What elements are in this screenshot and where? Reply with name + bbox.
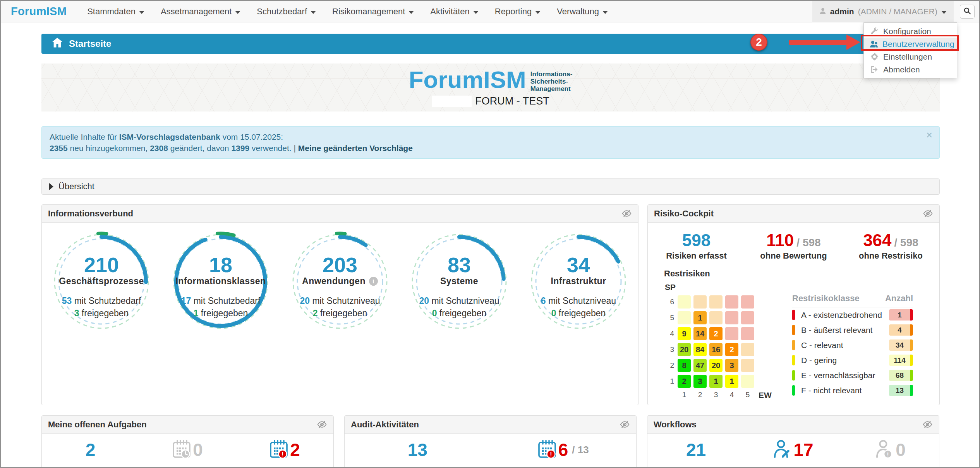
heatmap-cell[interactable]: 47: [693, 359, 707, 372]
stat-label: überfällig: [544, 465, 582, 468]
risk-stat-risiken-erfasst[interactable]: 598 Risiken erfasst: [648, 231, 745, 261]
informationsverbund-panel: Informationsverbund 210Geschäftsprozesse…: [41, 204, 638, 405]
info-icon[interactable]: i: [369, 277, 378, 286]
heatmap-cell[interactable]: 14: [693, 327, 707, 340]
stat-von-mir-erstellt[interactable]: 17von mir erstellt: [745, 439, 842, 468]
heatmap-cell[interactable]: 84: [693, 343, 707, 356]
nav-item-verwaltung[interactable]: Verwaltung: [549, 1, 616, 22]
risk-stat-ohne-restrisiko[interactable]: 364/ 598 ohne Restrisiko: [842, 231, 939, 261]
wrench-icon: [870, 27, 879, 35]
heatmap-cell[interactable]: 16: [709, 343, 723, 356]
kpi-circle: 83Systeme20 mit Schutzniveau0 freigegebe…: [409, 231, 510, 332]
stat-label: überfällig: [266, 465, 304, 468]
heatmap-row-sp-4: 49142: [664, 327, 774, 340]
heatmap-cell[interactable]: 2: [725, 343, 738, 356]
risk-stat-value: 598: [648, 231, 745, 250]
audit-panel: Audit-Aktivitäten 13Audit-Aktivitäten !6…: [344, 415, 637, 468]
workflows-panel: Workflows 21offene Workflows 17von mir e…: [647, 415, 939, 468]
risk-class-row-c[interactable]: C - relevant34: [792, 338, 913, 353]
kpi-anwendungen[interactable]: 203Anwendungeni20 mit Schutzniveau2 frei…: [280, 231, 400, 332]
stat-value-row: 17: [773, 439, 813, 461]
hide-panel-icon[interactable]: [620, 419, 630, 430]
nav-item-assetmanagement[interactable]: Assetmanagement: [153, 1, 249, 22]
brand-logo[interactable]: ForumISM: [1, 5, 79, 18]
user-menu-item-einstellungen[interactable]: Einstellungen: [864, 50, 957, 63]
ew-tick-label: 4: [725, 391, 738, 400]
home-icon[interactable]: [51, 37, 63, 50]
stat-überfällig[interactable]: !6/ 13überfällig: [491, 439, 637, 468]
nav-item-aktivitäten[interactable]: Aktivitäten: [422, 1, 487, 22]
nav-item-schutzbedarf[interactable]: Schutzbedarf: [249, 1, 324, 22]
hide-panel-icon[interactable]: [922, 419, 933, 430]
heatmap-cell[interactable]: 1: [693, 311, 707, 324]
overview-collapse-bar[interactable]: Übersicht: [41, 178, 940, 195]
nav-item-stammdaten[interactable]: Stammdaten: [79, 1, 153, 22]
kpi-label-text: Anwendungen: [302, 276, 366, 286]
kpi-infrastruktur[interactable]: 34Infrastruktur6 mit Schutzniveau0 freig…: [519, 231, 638, 332]
stat-offene-aufgaben[interactable]: 2offene Aufgaben: [42, 439, 139, 468]
kpi-label: Infrastruktur: [551, 276, 606, 286]
stat-demnächst-fällig[interactable]: 0demnächst fällig: [139, 439, 236, 468]
heatmap-cell[interactable]: 8: [678, 359, 691, 372]
risk-class-row-e[interactable]: E - vernachlässigbar68: [792, 368, 913, 383]
user-menu-toggle[interactable]: admin (ADMIN / MANAGER): [812, 1, 954, 22]
kpi-informationsklassen[interactable]: 18Informationsklassen17 mit Schutzbedarf…: [161, 231, 280, 332]
hide-panel-icon[interactable]: [923, 208, 933, 219]
class-label: F - nicht relevant: [801, 386, 889, 395]
kpi-label-text: Geschäftsprozesse: [59, 276, 144, 286]
nav-item-reporting[interactable]: Reporting: [487, 1, 549, 22]
user-menu-item-label: Abmelden: [883, 65, 920, 74]
heatmap-cell[interactable]: 2: [678, 375, 691, 388]
heatmap-cell[interactable]: 2: [709, 327, 723, 340]
audit-header: Audit-Aktivitäten: [345, 416, 636, 434]
stat-label: offene Workflows: [661, 465, 731, 468]
stat-überfällig[interactable]: !2überfällig: [236, 439, 333, 468]
tasks-header: Meine offenen Aufgaben: [42, 416, 333, 434]
stat-audit-aktivitäten[interactable]: 13Audit-Aktivitäten: [345, 439, 491, 468]
ew-tick-label: 3: [709, 391, 723, 400]
risk-class-table: Restrisikoklasse Anzahl A - existenzbedr…: [792, 293, 913, 400]
search-button[interactable]: [960, 5, 975, 19]
svg-text:!: !: [887, 451, 889, 458]
stat-von-mir-zu-bearbeiten[interactable]: !0von mir zu bearbeiten: [842, 439, 939, 468]
alert-close-button[interactable]: ×: [926, 130, 932, 141]
sp-tick-label: 5: [664, 314, 674, 322]
risk-class-row-a[interactable]: A - existenzbedrohend1: [792, 307, 913, 322]
kpi-text: 203Anwendungeni20 mit Schutzniveau2 frei…: [290, 231, 390, 332]
heatmap-cell: [725, 327, 738, 340]
informationsverbund-circles: 210Geschäftsprozesse53 mit Schutzbedarf3…: [42, 223, 638, 332]
risk-stat-value: 110/ 598: [745, 231, 842, 250]
kpi-geschäftsprozesse[interactable]: 210Geschäftsprozesse53 mit Schutzbedarf3…: [42, 231, 161, 332]
nav-item-risikomanagement[interactable]: Risikomanagement: [324, 1, 422, 22]
my-changed-suggestions-link[interactable]: Meine geänderten Vorschläge: [298, 144, 413, 153]
hide-panel-icon[interactable]: [317, 419, 327, 430]
risk-class-row-d[interactable]: D - gering114: [792, 353, 913, 368]
kpi-stat-1: 20 mit Schutzniveau: [419, 295, 499, 307]
risk-class-row-b[interactable]: B - äußerst relevant4: [792, 322, 913, 338]
overview-label: Übersicht: [58, 182, 94, 192]
heatmap-cell[interactable]: 1: [725, 375, 738, 388]
heatmap-cell: [725, 311, 738, 324]
class-count-badge: 34: [889, 339, 913, 351]
heatmap-cell[interactable]: 3: [725, 359, 738, 372]
risk-class-row-f[interactable]: F - nicht relevant13: [792, 383, 913, 398]
heatmap-cell[interactable]: 9: [678, 327, 691, 340]
heatmap-cell[interactable]: 3: [693, 375, 707, 388]
risk-stat-ohne-bewertung[interactable]: 110/ 598 ohne Bewertung: [745, 231, 842, 261]
heatmap-cell[interactable]: 20: [709, 359, 723, 372]
kpi-systeme[interactable]: 83Systeme20 mit Schutzniveau0 freigegebe…: [400, 231, 519, 332]
tasks-panel: Meine offenen Aufgaben 2offene Aufgaben …: [41, 415, 334, 468]
stat-offene-workflows[interactable]: 21offene Workflows: [647, 439, 745, 468]
workflows-header: Workflows: [647, 416, 939, 434]
hide-panel-icon[interactable]: [621, 208, 632, 219]
user-menu-item-abmelden[interactable]: Abmelden: [864, 63, 957, 76]
chevron-down-icon: [941, 11, 947, 14]
annotation-step-badge: 2: [750, 34, 767, 51]
calendar-alert-icon: !: [538, 440, 556, 460]
main-menu: StammdatenAssetmanagementSchutzbedarfRis…: [79, 1, 616, 22]
app-window: ForumISM StammdatenAssetmanagementSchutz…: [0, 0, 980, 468]
stat-value-row: 13: [408, 439, 427, 461]
heatmap-cell[interactable]: 20: [678, 343, 691, 356]
heatmap-cell[interactable]: 1: [709, 375, 723, 388]
kpi-stat-2: 1 freigegeben: [181, 307, 261, 319]
